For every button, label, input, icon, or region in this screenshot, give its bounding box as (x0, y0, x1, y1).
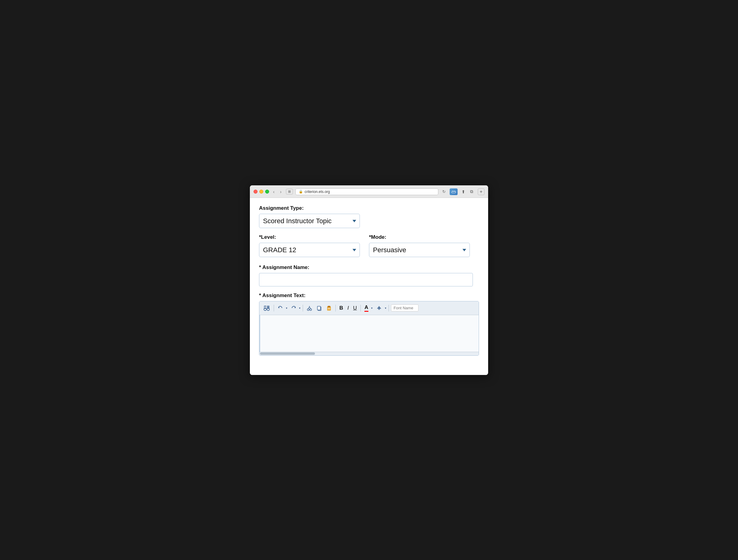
rich-text-container: ▾ ▾ (259, 301, 479, 356)
font-color-icon: A (364, 305, 368, 312)
assignment-type-field: Assignment Type: Scored Instructor Topic… (259, 205, 479, 228)
level-select[interactable]: GRADE 12 GRADE 11 GRADE 10 GRADE 9 GRADE… (259, 243, 360, 257)
copy-button[interactable] (315, 304, 324, 312)
separator-1 (274, 305, 274, 312)
browser-chrome: ‹ › ⊞ 🔒 criterion.ets.org ↻ ⬆ ⧉ + (250, 185, 488, 198)
font-color-arrow[interactable]: ▾ (371, 307, 373, 310)
refresh-button[interactable]: ↻ (441, 189, 447, 194)
rich-text-toolbar: ▾ ▾ (259, 302, 479, 315)
back-button[interactable]: ‹ (272, 189, 276, 195)
forward-button[interactable]: › (279, 189, 283, 195)
undo-button[interactable] (276, 304, 285, 312)
separator-3 (335, 305, 336, 312)
assignment-name-field: * Assignment Name: (259, 264, 479, 287)
svg-line-9 (309, 307, 311, 309)
level-mode-row: *Level: GRADE 12 GRADE 11 GRADE 10 GRADE… (259, 234, 479, 257)
separator-4 (360, 305, 361, 312)
scrollbar-thumb[interactable] (260, 352, 315, 355)
highlight-arrow[interactable]: ▾ (385, 307, 386, 310)
tab-view-button[interactable]: ⊞ (286, 189, 293, 194)
svg-line-8 (308, 307, 309, 309)
mode-label: *Mode: (369, 234, 470, 240)
traffic-lights (254, 190, 269, 193)
cloud-icon (450, 188, 458, 195)
assignment-type-select[interactable]: Scored Instructor Topic Practice Topic D… (259, 214, 360, 228)
cut-button[interactable] (305, 304, 314, 312)
underline-icon: U (353, 305, 357, 311)
svg-point-17 (378, 308, 380, 310)
level-field: *Level: GRADE 12 GRADE 11 GRADE 10 GRADE… (259, 234, 360, 257)
level-wrapper: GRADE 12 GRADE 11 GRADE 10 GRADE 9 GRADE… (259, 243, 360, 257)
font-color-button[interactable]: A (363, 303, 370, 313)
bold-icon: B (339, 305, 343, 311)
underline-button[interactable]: U (352, 304, 358, 313)
bold-button[interactable]: B (338, 304, 345, 313)
address-bar[interactable]: 🔒 criterion.ets.org (295, 188, 438, 195)
mode-wrapper: Persuasive Argumentative Narrative Infor… (369, 243, 470, 257)
italic-button[interactable]: I (346, 304, 350, 313)
separator-5 (389, 305, 389, 312)
share-button[interactable]: ⬆ (460, 189, 467, 195)
mode-select[interactable]: Persuasive Argumentative Narrative Infor… (369, 243, 470, 257)
minimize-button[interactable] (259, 190, 263, 193)
mode-field: *Mode: Persuasive Argumentative Narrativ… (369, 234, 470, 257)
assignment-name-label: * Assignment Name: (259, 264, 479, 270)
horizontal-scrollbar[interactable] (259, 352, 479, 356)
svg-rect-14 (328, 306, 330, 307)
rich-text-body[interactable] (259, 315, 479, 352)
lock-icon: 🔒 (299, 190, 303, 193)
close-button[interactable] (254, 190, 258, 193)
add-tab-button[interactable]: + (478, 188, 484, 195)
font-name-input[interactable] (391, 305, 418, 312)
maximize-button[interactable] (265, 190, 269, 193)
undo-arrow[interactable]: ▾ (286, 307, 288, 310)
redo-arrow[interactable]: ▾ (299, 307, 301, 310)
assignment-type-label: Assignment Type: (259, 205, 479, 211)
redo-button[interactable] (289, 304, 298, 312)
url-text: criterion.ets.org (305, 190, 330, 194)
highlight-button[interactable] (374, 304, 384, 313)
italic-icon: I (347, 305, 349, 311)
duplicate-button[interactable]: ⧉ (468, 188, 475, 195)
svg-rect-12 (317, 306, 320, 310)
svg-point-6 (307, 309, 309, 311)
separator-2 (303, 305, 303, 312)
paste-button[interactable] (325, 304, 333, 312)
assignment-type-wrapper: Scored Instructor Topic Practice Topic D… (259, 214, 360, 228)
assignment-text-field: * Assignment Text: (259, 293, 479, 356)
level-label: *Level: (259, 234, 360, 240)
content-area: Assignment Type: Scored Instructor Topic… (250, 198, 488, 375)
right-buttons: ⬆ ⧉ + (460, 188, 484, 195)
find-button[interactable] (262, 304, 272, 313)
assignment-text-label: * Assignment Text: (259, 293, 479, 299)
browser-window: ‹ › ⊞ 🔒 criterion.ets.org ↻ ⬆ ⧉ + Assign… (250, 185, 488, 375)
svg-point-7 (310, 309, 312, 311)
assignment-name-input[interactable] (259, 273, 473, 287)
